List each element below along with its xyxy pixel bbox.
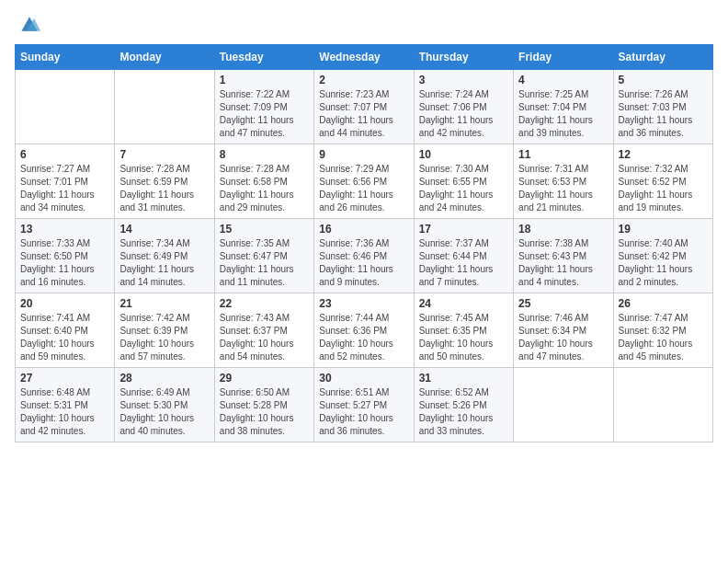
week-row-1: 1Sunrise: 7:22 AMSunset: 7:09 PMDaylight…	[16, 70, 713, 144]
day-number: 8	[220, 148, 309, 161]
day-number: 12	[619, 148, 708, 161]
day-number: 9	[319, 148, 408, 161]
header-monday: Monday	[115, 45, 214, 70]
day-number: 30	[319, 372, 408, 385]
cell-content: Sunrise: 7:36 AMSunset: 6:46 PMDaylight:…	[319, 237, 408, 289]
day-number: 17	[419, 223, 508, 236]
day-number: 20	[20, 297, 109, 310]
cell-content: Sunrise: 7:35 AMSunset: 6:47 PMDaylight:…	[220, 237, 309, 289]
calendar-cell: 19Sunrise: 7:40 AMSunset: 6:42 PMDayligh…	[613, 219, 712, 293]
calendar-table: SundayMondayTuesdayWednesdayThursdayFrid…	[15, 44, 713, 442]
day-number: 13	[20, 223, 109, 236]
day-number: 27	[20, 372, 109, 385]
calendar-cell: 10Sunrise: 7:30 AMSunset: 6:55 PMDayligh…	[414, 144, 513, 219]
cell-content: Sunrise: 7:47 AMSunset: 6:32 PMDaylight:…	[619, 312, 708, 363]
calendar-cell: 26Sunrise: 7:47 AMSunset: 6:32 PMDayligh…	[613, 293, 712, 368]
page-header	[15, 15, 713, 33]
calendar-cell	[514, 368, 613, 442]
week-row-3: 13Sunrise: 7:33 AMSunset: 6:50 PMDayligh…	[16, 219, 713, 293]
day-number: 3	[419, 74, 508, 86]
cell-content: Sunrise: 7:46 AMSunset: 6:34 PMDaylight:…	[518, 312, 608, 363]
day-number: 16	[319, 223, 408, 236]
calendar-cell: 4Sunrise: 7:25 AMSunset: 7:04 PMDaylight…	[514, 70, 613, 144]
day-number: 10	[419, 148, 508, 161]
day-number: 31	[419, 372, 508, 385]
week-row-2: 6Sunrise: 7:27 AMSunset: 7:01 PMDaylight…	[16, 144, 713, 219]
header-wednesday: Wednesday	[314, 45, 414, 70]
cell-content: Sunrise: 7:26 AMSunset: 7:03 PMDaylight:…	[619, 88, 708, 140]
cell-content: Sunrise: 7:29 AMSunset: 6:56 PMDaylight:…	[319, 163, 408, 214]
header-tuesday: Tuesday	[214, 45, 313, 70]
day-number: 23	[319, 297, 408, 310]
calendar-cell: 8Sunrise: 7:28 AMSunset: 6:58 PMDaylight…	[214, 144, 313, 219]
calendar-cell: 13Sunrise: 7:33 AMSunset: 6:50 PMDayligh…	[16, 219, 115, 293]
day-number: 2	[319, 74, 408, 86]
day-number: 7	[119, 148, 209, 161]
calendar-cell: 6Sunrise: 7:27 AMSunset: 7:01 PMDaylight…	[16, 144, 115, 219]
cell-content: Sunrise: 7:27 AMSunset: 7:01 PMDaylight:…	[20, 163, 109, 214]
cell-content: Sunrise: 7:28 AMSunset: 6:58 PMDaylight:…	[220, 163, 309, 214]
day-number: 11	[518, 148, 608, 161]
calendar-header-row: SundayMondayTuesdayWednesdayThursdayFrid…	[16, 45, 713, 70]
calendar-cell: 16Sunrise: 7:36 AMSunset: 6:46 PMDayligh…	[314, 219, 414, 293]
calendar-cell: 29Sunrise: 6:50 AMSunset: 5:28 PMDayligh…	[214, 368, 313, 442]
day-number: 19	[619, 223, 708, 236]
calendar-cell: 27Sunrise: 6:48 AMSunset: 5:31 PMDayligh…	[16, 368, 115, 442]
calendar-cell: 5Sunrise: 7:26 AMSunset: 7:03 PMDaylight…	[613, 70, 712, 144]
cell-content: Sunrise: 7:33 AMSunset: 6:50 PMDaylight:…	[20, 237, 109, 289]
calendar-cell: 3Sunrise: 7:24 AMSunset: 7:06 PMDaylight…	[414, 70, 513, 144]
cell-content: Sunrise: 7:23 AMSunset: 7:07 PMDaylight:…	[319, 88, 408, 140]
day-number: 6	[20, 148, 109, 161]
header-sunday: Sunday	[16, 45, 115, 70]
calendar-cell: 31Sunrise: 6:52 AMSunset: 5:26 PMDayligh…	[414, 368, 513, 442]
cell-content: Sunrise: 7:31 AMSunset: 6:53 PMDaylight:…	[518, 163, 608, 214]
cell-content: Sunrise: 7:30 AMSunset: 6:55 PMDaylight:…	[419, 163, 508, 214]
calendar-cell: 17Sunrise: 7:37 AMSunset: 6:44 PMDayligh…	[414, 219, 513, 293]
calendar-cell: 1Sunrise: 7:22 AMSunset: 7:09 PMDaylight…	[214, 70, 313, 144]
day-number: 21	[119, 297, 209, 310]
cell-content: Sunrise: 7:34 AMSunset: 6:49 PMDaylight:…	[119, 237, 209, 289]
calendar-cell: 28Sunrise: 6:49 AMSunset: 5:30 PMDayligh…	[115, 368, 214, 442]
day-number: 29	[220, 372, 309, 385]
cell-content: Sunrise: 7:37 AMSunset: 6:44 PMDaylight:…	[419, 237, 508, 289]
cell-content: Sunrise: 6:49 AMSunset: 5:30 PMDaylight:…	[119, 386, 209, 438]
cell-content: Sunrise: 6:52 AMSunset: 5:26 PMDaylight:…	[419, 386, 508, 438]
calendar-cell: 24Sunrise: 7:45 AMSunset: 6:35 PMDayligh…	[414, 293, 513, 368]
day-number: 15	[220, 223, 309, 236]
calendar-cell: 21Sunrise: 7:42 AMSunset: 6:39 PMDayligh…	[115, 293, 214, 368]
day-number: 5	[619, 74, 708, 86]
day-number: 25	[518, 297, 608, 310]
calendar-cell: 15Sunrise: 7:35 AMSunset: 6:47 PMDayligh…	[214, 219, 313, 293]
calendar-cell: 12Sunrise: 7:32 AMSunset: 6:52 PMDayligh…	[613, 144, 712, 219]
cell-content: Sunrise: 7:44 AMSunset: 6:36 PMDaylight:…	[319, 312, 408, 363]
calendar-cell	[115, 70, 214, 144]
cell-content: Sunrise: 7:40 AMSunset: 6:42 PMDaylight:…	[619, 237, 708, 289]
cell-content: Sunrise: 7:28 AMSunset: 6:59 PMDaylight:…	[119, 163, 209, 214]
calendar-cell: 25Sunrise: 7:46 AMSunset: 6:34 PMDayligh…	[514, 293, 613, 368]
cell-content: Sunrise: 7:45 AMSunset: 6:35 PMDaylight:…	[419, 312, 508, 363]
cell-content: Sunrise: 7:41 AMSunset: 6:40 PMDaylight:…	[20, 312, 109, 363]
calendar-cell: 14Sunrise: 7:34 AMSunset: 6:49 PMDayligh…	[115, 219, 214, 293]
calendar-cell: 23Sunrise: 7:44 AMSunset: 6:36 PMDayligh…	[314, 293, 414, 368]
week-row-5: 27Sunrise: 6:48 AMSunset: 5:31 PMDayligh…	[16, 368, 713, 442]
calendar-cell: 2Sunrise: 7:23 AMSunset: 7:07 PMDaylight…	[314, 70, 414, 144]
header-thursday: Thursday	[414, 45, 513, 70]
cell-content: Sunrise: 7:43 AMSunset: 6:37 PMDaylight:…	[220, 312, 309, 363]
day-number: 28	[119, 372, 209, 385]
cell-content: Sunrise: 7:32 AMSunset: 6:52 PMDaylight:…	[619, 163, 708, 214]
week-row-4: 20Sunrise: 7:41 AMSunset: 6:40 PMDayligh…	[16, 293, 713, 368]
cell-content: Sunrise: 7:25 AMSunset: 7:04 PMDaylight:…	[518, 88, 608, 140]
day-number: 4	[518, 74, 608, 86]
calendar-cell: 30Sunrise: 6:51 AMSunset: 5:27 PMDayligh…	[314, 368, 414, 442]
cell-content: Sunrise: 6:51 AMSunset: 5:27 PMDaylight:…	[319, 386, 408, 438]
day-number: 14	[119, 223, 209, 236]
cell-content: Sunrise: 6:48 AMSunset: 5:31 PMDaylight:…	[20, 386, 109, 438]
header-friday: Friday	[514, 45, 613, 70]
calendar-cell: 22Sunrise: 7:43 AMSunset: 6:37 PMDayligh…	[214, 293, 313, 368]
cell-content: Sunrise: 7:38 AMSunset: 6:43 PMDaylight:…	[518, 237, 608, 289]
cell-content: Sunrise: 7:22 AMSunset: 7:09 PMDaylight:…	[220, 88, 309, 140]
day-number: 1	[220, 74, 309, 86]
day-number: 22	[220, 297, 309, 310]
cell-content: Sunrise: 7:24 AMSunset: 7:06 PMDaylight:…	[419, 88, 508, 140]
header-saturday: Saturday	[613, 45, 712, 70]
